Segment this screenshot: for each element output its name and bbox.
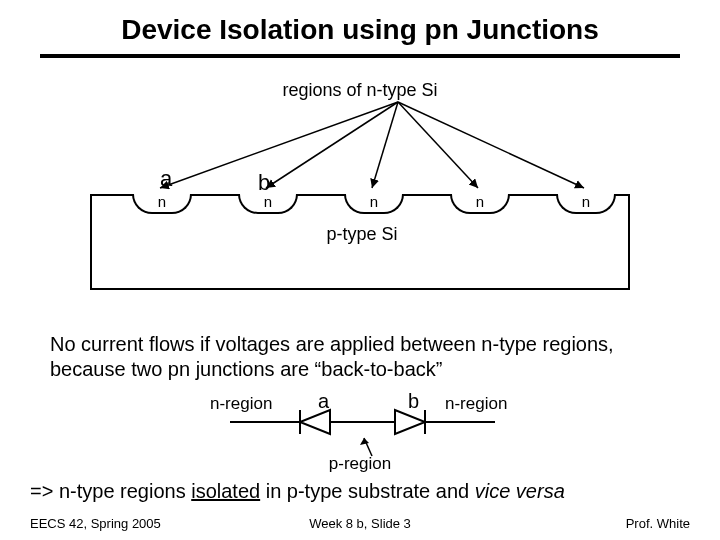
svg-line-3 xyxy=(398,102,478,188)
conclusion: => n-type regions isolated in p-type sub… xyxy=(30,480,710,503)
fanout-arrows-icon xyxy=(0,100,720,190)
n-well: n xyxy=(238,194,298,214)
ptype-si-label: p-type Si xyxy=(92,224,632,245)
page-title: Device Isolation using pn Junctions xyxy=(0,14,720,46)
regions-label: regions of n-type Si xyxy=(0,80,720,101)
pregion-label: p-region xyxy=(0,454,720,474)
n-well: n xyxy=(450,194,510,214)
svg-line-0 xyxy=(160,102,398,188)
svg-line-1 xyxy=(266,102,398,188)
conclusion-t2: in p-type substrate and xyxy=(260,480,475,502)
footer: Week 8 b, Slide 3 EECS 42, Spring 2005 P… xyxy=(30,516,690,531)
body-text: No current flows if voltages are applied… xyxy=(50,332,670,382)
label-a: a xyxy=(160,166,172,192)
n-well: n xyxy=(132,194,192,214)
conclusion-viceversa: vice versa xyxy=(475,480,565,502)
n-well: n xyxy=(556,194,616,214)
title-rule xyxy=(40,54,680,58)
conclusion-isolated: isolated xyxy=(191,480,260,502)
svg-line-2 xyxy=(372,102,398,188)
arrow-text: => xyxy=(30,480,59,502)
slide: Device Isolation using pn Junctions regi… xyxy=(0,0,720,540)
svg-line-4 xyxy=(398,102,584,188)
conclusion-t1: n-type regions xyxy=(59,480,191,502)
footer-center: Week 8 b, Slide 3 xyxy=(30,516,690,531)
n-well: n xyxy=(344,194,404,214)
cross-section: n n n n n p-type Si xyxy=(90,194,630,290)
